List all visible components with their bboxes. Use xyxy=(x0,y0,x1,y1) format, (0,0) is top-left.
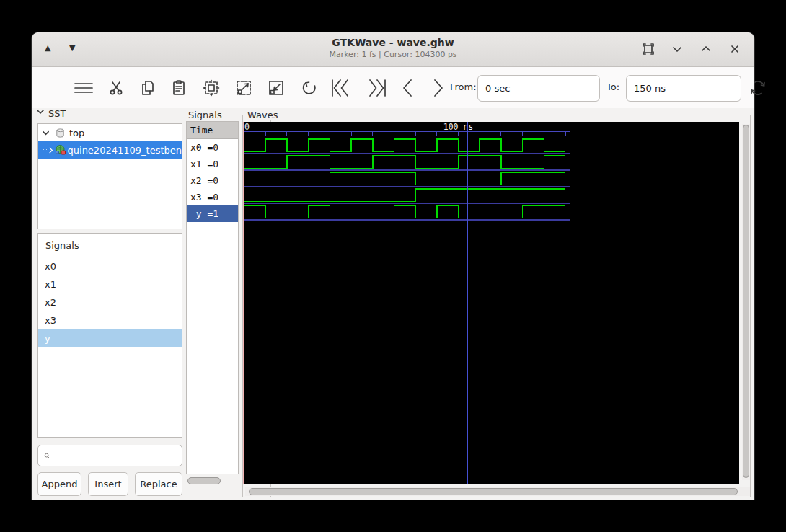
zoom-out-button[interactable] xyxy=(263,75,289,101)
append-button[interactable]: Append xyxy=(37,472,81,496)
trace-x1 xyxy=(244,156,566,169)
insert-button[interactable]: Insert xyxy=(88,472,128,496)
chevron-right-icon xyxy=(430,78,447,98)
copy-button[interactable] xyxy=(135,75,161,101)
expander-closed-icon[interactable] xyxy=(47,146,55,154)
sst-frame-label: SST xyxy=(46,108,68,119)
undo-icon xyxy=(300,79,319,97)
zoom-in-button[interactable] xyxy=(231,75,257,101)
signal-value-row[interactable]: y =1 xyxy=(187,205,238,222)
signals-column-rows: x0 =0x1 =0x2 =0x3 =0 y =1 xyxy=(187,139,238,222)
cut-button[interactable] xyxy=(103,75,129,101)
paste-icon xyxy=(170,79,187,97)
zoom-fit-button[interactable] xyxy=(198,75,224,101)
tree-item-testbench[interactable]: quine20241109_testben xyxy=(38,141,182,159)
waveform-plot[interactable]: 0100 ns xyxy=(243,122,739,484)
signal-list-header: Signals xyxy=(38,234,182,257)
close-icon xyxy=(729,43,741,55)
go-to-end-icon xyxy=(366,78,388,98)
chevron-down-icon xyxy=(671,43,683,55)
go-to-start-icon xyxy=(330,78,351,98)
list-item[interactable]: x3 xyxy=(38,311,182,329)
list-item[interactable]: y xyxy=(38,329,182,347)
from-label: From: xyxy=(450,81,477,92)
fullscreen-icon xyxy=(642,43,655,56)
search-box[interactable] xyxy=(37,445,182,466)
waves-hscrollbar-thumb[interactable] xyxy=(249,488,738,495)
svg-text:100 ns: 100 ns xyxy=(443,122,474,132)
to-label: To: xyxy=(606,81,619,92)
time-header[interactable]: Time xyxy=(187,122,238,139)
gtkwave-window: ▲ ▼ GTKWave - wave.ghw Marker: 1 fs | Cu… xyxy=(32,32,754,500)
copy-icon xyxy=(139,79,156,97)
signal-list[interactable]: x0x1x2x3y xyxy=(38,257,182,347)
trace-x3 xyxy=(244,189,566,202)
search-icon xyxy=(44,451,50,461)
paste-button[interactable] xyxy=(166,75,192,101)
undo-button[interactable] xyxy=(296,75,322,101)
step-right-button[interactable] xyxy=(425,75,451,101)
tree-item-label: quine20241109_testben xyxy=(68,145,182,156)
reload-icon xyxy=(748,78,768,98)
chevron-up-icon xyxy=(700,43,712,55)
menu-icon xyxy=(73,79,94,97)
tree-item-top[interactable]: top xyxy=(38,124,182,141)
zoom-fit-icon xyxy=(202,79,221,97)
sst-expander-icon[interactable] xyxy=(36,107,45,116)
minimize-button[interactable] xyxy=(668,40,686,58)
toolbar: From: To: xyxy=(32,67,754,108)
signals-frame-label: Signals xyxy=(186,110,224,120)
trace-x2 xyxy=(244,172,566,185)
list-item[interactable]: x2 xyxy=(38,293,182,311)
go-to-start-button[interactable] xyxy=(327,75,353,101)
to-input[interactable] xyxy=(626,75,741,102)
reload-button[interactable] xyxy=(745,75,771,101)
titlebar[interactable]: ▲ ▼ GTKWave - wave.ghw Marker: 1 fs | Cu… xyxy=(32,32,754,67)
waves-vscrollbar-thumb[interactable] xyxy=(743,125,749,478)
replace-button[interactable]: Replace xyxy=(135,472,182,496)
signal-list-box: Signals x0x1x2x3y xyxy=(37,233,182,438)
signals-hscrollbar[interactable] xyxy=(187,477,221,484)
svg-text:0: 0 xyxy=(244,122,250,132)
from-input[interactable] xyxy=(477,75,600,102)
module-icon xyxy=(55,144,66,156)
trace-y xyxy=(244,205,566,218)
waves-vscrollbar-track[interactable] xyxy=(742,124,750,480)
chevron-left-icon xyxy=(399,78,416,98)
expander-open-icon[interactable] xyxy=(38,129,53,137)
sst-tree[interactable]: top quine20241109_testben xyxy=(37,123,182,229)
trace-x0 xyxy=(244,139,566,152)
list-item[interactable]: x0 xyxy=(38,257,182,275)
wave-canvas[interactable]: 0100 ns xyxy=(243,122,739,484)
cut-icon xyxy=(107,79,125,97)
step-left-button[interactable] xyxy=(394,75,420,101)
waves-hscrollbar-track[interactable] xyxy=(245,487,750,496)
waves-frame-label: Waves xyxy=(245,110,280,120)
zoom-out-icon xyxy=(267,79,286,97)
list-item[interactable]: x1 xyxy=(38,275,182,293)
tree-item-label: top xyxy=(69,128,84,138)
search-input[interactable] xyxy=(55,451,182,461)
signal-value-row[interactable]: x1 =0 xyxy=(187,156,238,172)
signal-value-row[interactable]: x0 =0 xyxy=(187,139,238,156)
go-to-end-button[interactable] xyxy=(364,75,390,101)
menu-button[interactable] xyxy=(71,75,97,101)
close-button[interactable] xyxy=(725,40,744,58)
signals-name-column[interactable]: Time x0 =0x1 =0x2 =0x3 =0 y =1 xyxy=(186,121,239,474)
zoom-in-icon xyxy=(234,79,253,97)
database-icon xyxy=(53,128,67,138)
signal-value-row[interactable]: x2 =0 xyxy=(187,172,238,189)
fullscreen-button[interactable] xyxy=(639,40,658,58)
signal-value-row[interactable]: x3 =0 xyxy=(187,189,238,205)
maximize-button[interactable] xyxy=(697,40,715,58)
